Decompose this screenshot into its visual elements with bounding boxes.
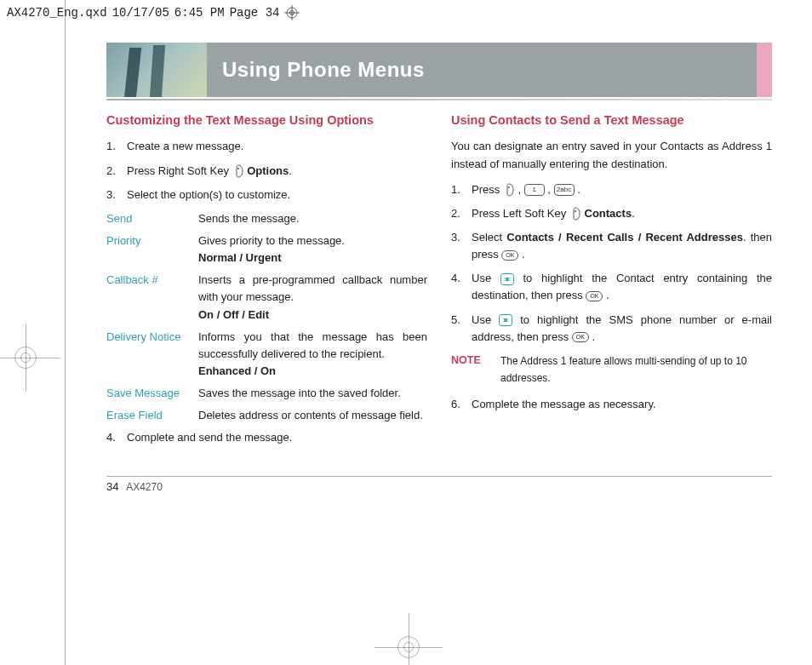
divider (106, 99, 772, 100)
intro-text: You can designate an entry saved in your… (451, 138, 772, 172)
slug-date: 10/17/05 (112, 6, 169, 20)
chapter-title: Using Phone Menus (207, 43, 757, 97)
nav-key-icon (499, 314, 512, 326)
registration-mark-icon (284, 5, 300, 20)
left-column: Customizing the Text Message Using Optio… (106, 111, 427, 454)
list-item: 4.Complete and send the message. (106, 429, 427, 446)
option-name: Erase Field (106, 407, 192, 424)
list-item: 6.Complete the message as necessary. (451, 396, 772, 413)
list-item: 5. Use to highlight the SMS phone number… (451, 312, 772, 346)
option-name: Delivery Notice (106, 329, 192, 380)
list-item: 2. Press Right Soft Key Options. (106, 163, 427, 180)
slug-time: 6:45 PM (174, 6, 225, 20)
registration-mark-icon (0, 324, 60, 392)
slug-file: AX4270_Eng.qxd (7, 6, 107, 20)
note-text: The Address 1 feature allows multi-sendi… (500, 353, 772, 387)
option-row: Callback # Inserts a pre-programmed call… (106, 272, 427, 323)
soft-key-icon (232, 164, 244, 178)
option-name: Save Message (106, 385, 192, 402)
list-item: 1. Press , 1 , 2abc . (451, 181, 772, 198)
option-row: Priority Gives priority to the message.N… (106, 232, 427, 267)
option-name: Priority (106, 232, 192, 267)
note-block: NOTE The Address 1 feature allows multi-… (451, 353, 772, 387)
banner-tab (757, 43, 772, 97)
option-row: Save Message Saves the message into the … (106, 385, 427, 402)
page-number: 34 (106, 480, 118, 493)
print-slugline: AX4270_Eng.qxd 10/17/05 6:45 PM Page 34 (7, 5, 300, 20)
keypad-1-icon: 1 (524, 184, 545, 196)
section-heading: Customizing the Text Message Using Optio… (106, 111, 427, 129)
note-label: NOTE (451, 353, 489, 387)
list-item: 3.Select the option(s) to customize. (106, 186, 427, 204)
list-item: 4. Use to highlight the Contact entry co… (451, 270, 772, 304)
ok-key-icon: OK (572, 332, 589, 342)
keypad-2-icon: 2abc (554, 184, 575, 196)
footer-rule: 34 AX4270 (106, 476, 772, 493)
model-number: AX4270 (126, 481, 163, 493)
list-item: 3. Select Contacts / Recent Calls / Rece… (451, 229, 772, 263)
banner-illustration (106, 43, 207, 97)
slug-page: Page 34 (230, 6, 280, 20)
option-name: Send (106, 210, 192, 227)
list-item: 2. Press Left Soft Key Contacts. (451, 205, 772, 222)
option-row: Erase Field Deletes address or contents … (106, 407, 427, 424)
soft-key-icon (503, 183, 515, 197)
nav-key-icon (500, 273, 514, 285)
option-row: Send Sends the message. (106, 210, 427, 227)
option-name: Callback # (106, 272, 192, 323)
chapter-banner: Using Phone Menus (106, 43, 772, 97)
svg-point-6 (575, 210, 576, 212)
right-column: Using Contacts to Send a Text Message Yo… (451, 111, 772, 454)
page-content: Using Phone Menus Customizing the Text M… (106, 43, 772, 588)
ok-key-icon: OK (501, 250, 518, 261)
registration-mark-icon (375, 613, 443, 665)
svg-point-4 (237, 168, 239, 169)
section-heading: Using Contacts to Send a Text Message (451, 111, 772, 129)
svg-point-5 (508, 186, 510, 188)
option-row: Delivery Notice Informs you that the mes… (106, 329, 427, 380)
soft-key-icon (569, 207, 581, 221)
page-footer: 34 AX4270 (106, 480, 772, 493)
list-item: 1.Create a new message. (106, 138, 427, 155)
trim-line (65, 0, 66, 665)
ok-key-icon: OK (586, 291, 603, 301)
